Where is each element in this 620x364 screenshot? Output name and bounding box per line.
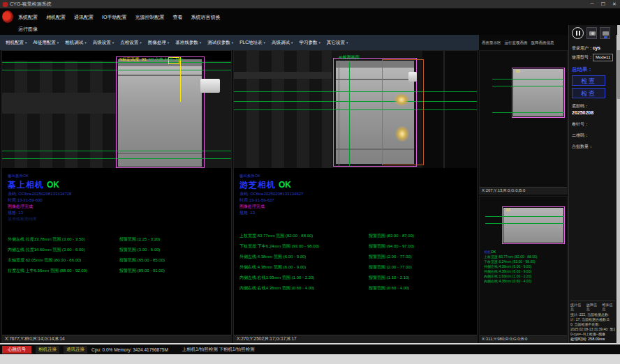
process-line: 图像处理完成: [8, 204, 226, 210]
login-user-row: 登录用户：cys: [572, 45, 614, 52]
menu-item-io-manual[interactable]: IO手动配置: [102, 14, 126, 21]
chevron-down-icon: ▾: [318, 40, 320, 45]
bottom-code-label: 底部码：: [572, 103, 614, 109]
app-icon: [3, 2, 8, 7]
tab-run-image[interactable]: 运行图像: [18, 26, 38, 31]
toolbar-label: 其它设置: [327, 40, 345, 46]
measurement-list: 上枝宽度:83.77mm 范围:(82.00 - 88.00)报警范围:(83.…: [239, 233, 471, 291]
toolbar-item-test-params[interactable]: 测试仪参数▾: [207, 40, 233, 46]
preview-2-results: 相机OK 上枝宽度:83.77mm (82.00 - 88.00) 下枝宽度:6…: [484, 250, 537, 284]
login-user-value: cys: [593, 45, 600, 50]
model-value[interactable]: Mode11: [593, 54, 613, 61]
comm-link-status: 通讯连接: [64, 346, 87, 354]
tab-fault-info[interactable]: 故障信息: [586, 303, 600, 311]
measurement-value: 上枝宽度:83.77mm 范围:(82.00 - 88.00): [239, 233, 369, 238]
measurement-value: 外侧右线:4.38mm 范围:(6.00 - 9.00): [239, 264, 369, 270]
menu-item-light-control[interactable]: 光源控制配置: [135, 14, 164, 21]
spec-line: 规格: 13: [239, 210, 471, 216]
toolbar-item-camera-debug[interactable]: 相机调试▾: [65, 40, 87, 46]
menu-item-camera-config[interactable]: 相机配置: [46, 14, 66, 21]
result-ok: OK: [47, 180, 59, 190]
right-camera-panel: AI检测画面 输出条件OK 游芝相机OK 条码: OFfline20250208…: [233, 50, 478, 343]
brand-logo: [2, 10, 13, 23]
tab-maintenance-info[interactable]: 维保信息: [602, 303, 615, 311]
measurement-row: 外侧左线:4.38mm 范围:(6.00 - 9.00)报警范围:(2.00 -…: [239, 254, 471, 259]
preview-1[interactable]: 93 X:267;Y:13;R:0;G:0;B:0: [479, 50, 568, 195]
result-ok: OK: [279, 180, 291, 190]
toolbar-item-advanced-settings[interactable]: 高级设置▾: [93, 40, 115, 46]
time-line: 时间:13-31-59-627: [239, 197, 471, 204]
pause-button[interactable]: [572, 27, 584, 39]
measure-line: [180, 57, 181, 102]
menu-item-comm-config[interactable]: 通讯配置: [74, 14, 94, 21]
measurement-row: 内侧左线:拉度14.60mm 范围:(3.00 - 6.00)报警范围:(3.0…: [8, 247, 226, 252]
preview-1-roi: [512, 68, 565, 118]
spec-line: 规格: 13: [8, 210, 226, 216]
tab-row: 运行图像: [0, 24, 620, 35]
preview-camera-name: 相机: [484, 250, 491, 254]
chevron-down-icon: ▾: [291, 40, 293, 45]
previews-header-monitor[interactable]: 运行监视画面: [505, 40, 528, 45]
toolbar-item-ai-config[interactable]: AI使用配置▾: [34, 40, 59, 46]
toolbar-item-learning-params[interactable]: 学习参数▾: [299, 40, 320, 46]
left-camera-image[interactable]: N标定高度: 93. N0 合格 纠误: 100: [2, 51, 231, 168]
toolbar-item-spot-check[interactable]: 点检设置▾: [120, 40, 142, 46]
model-label: 使用型号：: [572, 55, 593, 59]
bottom-code-value: 20250208: [572, 109, 614, 116]
stat-line: 0-cys=--N上检测--图像: [570, 332, 615, 337]
camera-icon: [603, 31, 609, 36]
alarm-range: 报警范围:(2.25 - 3.20): [119, 236, 160, 242]
camera-view-button[interactable]: [586, 27, 597, 39]
roi-rect: [116, 56, 205, 168]
preview-result-ok: OK: [491, 250, 496, 254]
close-button[interactable]: ✕: [609, 0, 620, 8]
toolbar-item-image-processing[interactable]: 图像处理▾: [148, 40, 170, 46]
model-row: 使用型号：Mode11: [572, 54, 614, 61]
measurement-value: 拉度左线:上中6.56mm 范围:(88.00 - 92.00): [8, 268, 119, 273]
measurement-row: 上枝宽度:83.77mm 范围:(82.00 - 88.00)报警范围:(83.…: [239, 233, 471, 238]
toolbar-label: 点检设置: [120, 40, 138, 46]
measurement-value: 下枝宽度:下中6.24mm 范围:(93.00 - 98.00): [239, 243, 369, 249]
measurement-value: 内侧右线:右线4.36mm 范围:(0.60 - 4.00): [239, 285, 369, 291]
status-bar: 心跳信号 相机连接 通讯连接 Cpu: 0.0% Memory: 3424.41…: [0, 344, 620, 354]
ai-roi-rect: [382, 59, 424, 165]
toolbar-item-plc-address[interactable]: PLC地址表▾: [239, 40, 265, 46]
measurement-row: 下枝宽度:下中6.24mm 范围:(93.00 - 98.00)报警范围:(94…: [239, 243, 471, 249]
alarm-range: 报警范围:(2.00 - 77.00): [369, 264, 412, 270]
camera-view-button-2[interactable]: [600, 27, 610, 39]
panel-scrollbar[interactable]: [617, 25, 620, 343]
machinery-texture: [2, 61, 117, 168]
measurement-value: 内侧左线:右线1.93mm 范围:(1.00 - 2.20): [239, 275, 369, 280]
barcode-line: 条码: OFfline20250208133134728: [8, 191, 226, 197]
heartbeat-button[interactable]: 心跳信号: [2, 346, 31, 354]
tab-stats-info[interactable]: 统计信息: [570, 303, 584, 311]
toolbar-item-baseline-params[interactable]: 基准线参数▾: [175, 40, 201, 46]
menu-item-language-switch[interactable]: 系统语言切换: [191, 14, 220, 21]
scrollbar-thumb[interactable]: [617, 50, 620, 99]
menu-item-system-config[interactable]: 系统配置: [18, 14, 38, 21]
app-window: CYG-视觉检测系统 ─ ☐ ✕ 系统配置 相机配置 通讯配置 IO手动配置 光…: [0, 0, 620, 364]
toolbar-item-other-settings[interactable]: 其它设置▾: [327, 40, 348, 46]
toolbar-item-camera-config[interactable]: 相机配置▾: [6, 40, 27, 46]
side-button-row: [572, 27, 614, 39]
menu-item-view[interactable]: 查看: [172, 14, 182, 21]
toolbar-label: 测试仪参数: [207, 40, 230, 46]
measurement-value: 内侧左线:拉度14.60mm 范围:(3.00 - 6.00): [8, 247, 119, 252]
toolbar: 相机配置▾ AI使用配置▾ 相机调试▾ 高级设置▾ 点检设置▾ 图像处理▾ 基准…: [0, 35, 479, 50]
camera-capture-status: 上相机1/拍照检测 下相机1/拍照检测: [182, 347, 255, 353]
result-box-1: 检查: [572, 75, 605, 86]
alarm-range: 报警范围:(2.00 - 77.00): [369, 254, 412, 259]
previews-header-fault[interactable]: 故障画面信息: [531, 40, 554, 45]
measurement-row: 主轴宽度:62.05mm 范围:(80.00 - 86.00)报警范围:(65.…: [8, 257, 226, 263]
right-camera-image[interactable]: AI检测画面: [234, 51, 477, 168]
stat-line: 计: 17, 当前检测合格数:0,: [570, 317, 615, 322]
preview-2[interactable]: 93 相机OK 上枝宽度:83.77mm (82.00 - 88.00) 下枝宽…: [479, 196, 568, 343]
guide-line: [492, 79, 564, 79]
preview-measurement: 外侧右线:4.38mm (6.00 - 9.00): [484, 269, 537, 274]
window-title: CYG-视觉检测系统: [10, 0, 52, 8]
annotation-height: N标定高度: 93.: [119, 57, 147, 61]
maximize-button[interactable]: ☐: [598, 0, 609, 8]
preview-measurement: 上枝宽度:83.77mm (82.00 - 88.00): [484, 255, 537, 259]
minimize-button[interactable]: ─: [586, 0, 598, 8]
toolbar-item-advanced-debug[interactable]: 高级调试▾: [272, 40, 293, 46]
